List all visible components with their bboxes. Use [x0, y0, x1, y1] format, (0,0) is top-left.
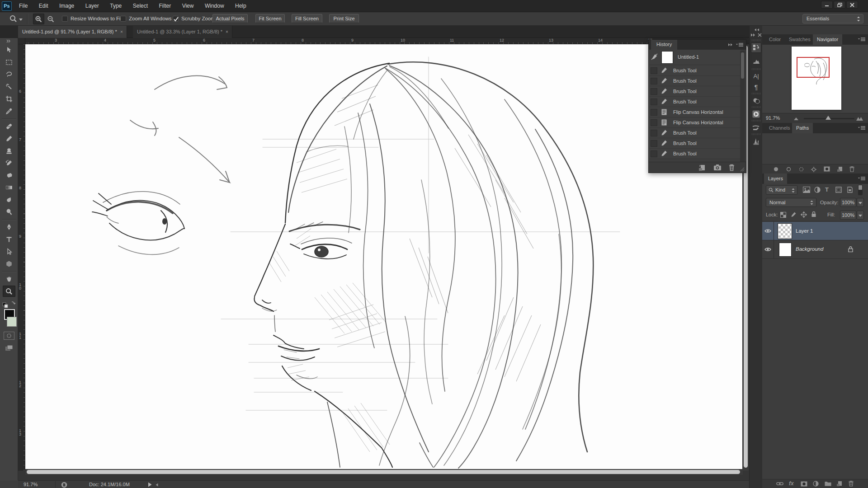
delete-state-trash-icon[interactable]: [728, 164, 735, 171]
crop-tool[interactable]: [3, 93, 15, 104]
layer-visibility-toggle[interactable]: [762, 240, 774, 258]
restore-button[interactable]: [834, 1, 845, 9]
panel-menu-icon[interactable]: [736, 43, 743, 47]
status-zoom-field[interactable]: 91.7%: [22, 481, 56, 488]
layer-style-fx-icon[interactable]: fx: [789, 480, 794, 487]
panel-menu-icon[interactable]: [858, 126, 865, 131]
history-step-row[interactable]: Flip Canvas Horizontal: [650, 107, 741, 117]
dock-expand-close-icons[interactable]: [750, 33, 762, 37]
dock-grip[interactable]: [752, 133, 760, 135]
dock-grip[interactable]: [752, 120, 760, 122]
hand-tool[interactable]: [3, 273, 15, 285]
load-path-selection-icon[interactable]: [799, 167, 804, 172]
stroke-path-icon[interactable]: [786, 167, 791, 172]
history-scrollbar-thumb[interactable]: [741, 52, 744, 79]
tab-close-icon[interactable]: ×: [120, 26, 123, 38]
navigator-zoom-slider[interactable]: [804, 118, 854, 119]
history-state-well[interactable]: [651, 130, 657, 136]
history-panel-icon[interactable]: [751, 42, 761, 53]
smudge-tool[interactable]: [3, 194, 15, 205]
layer-thumbnail[interactable]: [778, 224, 792, 239]
quick-mask-button[interactable]: [4, 332, 14, 340]
layer-row-layer1[interactable]: Layer 1: [762, 222, 868, 240]
background-color-swatch[interactable]: [7, 317, 17, 327]
zoom-in-mode-button[interactable]: [33, 14, 44, 24]
shape-tool[interactable]: [3, 258, 15, 269]
delete-path-trash-icon[interactable]: [849, 166, 855, 172]
new-adjustment-layer-icon[interactable]: [813, 481, 819, 487]
status-doc-size[interactable]: Doc: 24.1M/16.0M: [89, 482, 130, 487]
panel-menu-icon[interactable]: [858, 38, 865, 42]
tab-untitled1-33[interactable]: Untitled-1 @ 33.3% (Layer 1, RGB/8) *×: [133, 26, 232, 38]
history-state-well[interactable]: [651, 150, 657, 157]
tab-paths[interactable]: Paths: [792, 123, 813, 133]
paths-list-area[interactable]: [762, 133, 868, 164]
filter-adjustment-layers-icon[interactable]: [814, 187, 821, 193]
new-group-folder-icon[interactable]: [825, 481, 831, 486]
history-step-row[interactable]: Brush Tool: [650, 86, 741, 97]
fit-screen-button[interactable]: Fit Screen: [255, 14, 285, 23]
new-path-icon[interactable]: [837, 166, 843, 172]
resize-windows-checkbox[interactable]: [62, 16, 68, 22]
tab-untitled1-psd[interactable]: Untitled-1.psd @ 91.7% (Layer 1, RGB/8) …: [18, 26, 127, 38]
layer-filter-kind-dropdown[interactable]: Kind: [766, 185, 797, 195]
history-step-row[interactable]: Brush Tool: [650, 66, 741, 76]
healing-brush-tool[interactable]: [3, 121, 15, 132]
new-document-from-state-icon[interactable]: [698, 164, 706, 171]
history-state-well[interactable]: [651, 88, 657, 95]
fill-path-icon[interactable]: [774, 167, 778, 172]
vertical-ruler[interactable]: 6 7 8 9 10 11 12 13: [18, 44, 25, 471]
actual-pixels-button[interactable]: Actual Pixels: [212, 14, 248, 23]
brush-panel-icon[interactable]: [751, 136, 761, 146]
pen-tool[interactable]: [3, 221, 15, 233]
histogram-panel-icon[interactable]: [751, 56, 761, 66]
brush-tool[interactable]: [3, 133, 15, 144]
minimize-button[interactable]: [821, 1, 833, 9]
lasso-tool[interactable]: [3, 69, 15, 80]
collapse-toolbar-icon[interactable]: [6, 39, 11, 43]
zoom-in-large-icon[interactable]: [856, 117, 863, 121]
filter-pixel-layers-icon[interactable]: [803, 187, 810, 193]
history-state-well[interactable]: [651, 119, 657, 126]
fill-screen-button[interactable]: Fill Screen: [292, 14, 322, 23]
rectangular-marquee-tool[interactable]: [3, 56, 15, 68]
document-canvas[interactable]: [25, 44, 742, 469]
horizontal-scrollbar-thumb[interactable]: [27, 470, 740, 474]
new-layer-icon[interactable]: [836, 481, 842, 487]
layer-name[interactable]: Layer 1: [796, 228, 813, 234]
zoom-out-mode-button[interactable]: [45, 14, 57, 24]
menu-layer[interactable]: Layer: [81, 0, 104, 12]
ruler-corner[interactable]: [18, 38, 25, 44]
history-step-row[interactable]: Flip Canvas Horizontal: [650, 117, 741, 128]
history-panel-tab[interactable]: History: [651, 40, 677, 50]
panel-menu-icon[interactable]: [858, 177, 865, 181]
lock-position-icon[interactable]: [801, 211, 807, 218]
eyedropper-tool[interactable]: [3, 105, 15, 117]
dock-grip[interactable]: [752, 106, 760, 108]
filter-type-layers-icon[interactable]: T: [825, 186, 829, 193]
lock-transparent-pixels-icon[interactable]: [780, 212, 786, 218]
layer-name[interactable]: Background: [796, 246, 823, 252]
layer-visibility-toggle[interactable]: [762, 222, 774, 240]
menu-help[interactable]: Help: [231, 0, 251, 12]
lock-all-icon[interactable]: [811, 211, 816, 217]
link-layers-icon[interactable]: [776, 481, 783, 486]
history-state-well[interactable]: [651, 67, 657, 74]
zoom-out-small-icon[interactable]: [794, 117, 798, 120]
gradient-tool[interactable]: [3, 182, 15, 193]
tab-navigator[interactable]: Navigator: [813, 34, 842, 45]
add-layer-mask-icon[interactable]: [801, 481, 807, 487]
dock-grip[interactable]: [752, 39, 760, 41]
lock-image-pixels-icon[interactable]: [790, 211, 797, 218]
navigator-thumbnail[interactable]: [792, 47, 841, 110]
horizontal-scrollbar[interactable]: [25, 469, 743, 475]
tab-layers[interactable]: Layers: [764, 174, 787, 184]
new-snapshot-camera-icon[interactable]: [713, 164, 722, 171]
panel-resize-grip[interactable]: [740, 167, 745, 172]
workspace-switcher[interactable]: Essentials: [802, 14, 863, 23]
clone-stamp-tool[interactable]: [3, 145, 15, 156]
history-step-row[interactable]: Brush Tool: [650, 128, 741, 138]
dock-grip[interactable]: [752, 68, 760, 70]
status-left-arrow-icon[interactable]: [156, 483, 158, 487]
default-swap-colors-icons[interactable]: [2, 300, 16, 308]
